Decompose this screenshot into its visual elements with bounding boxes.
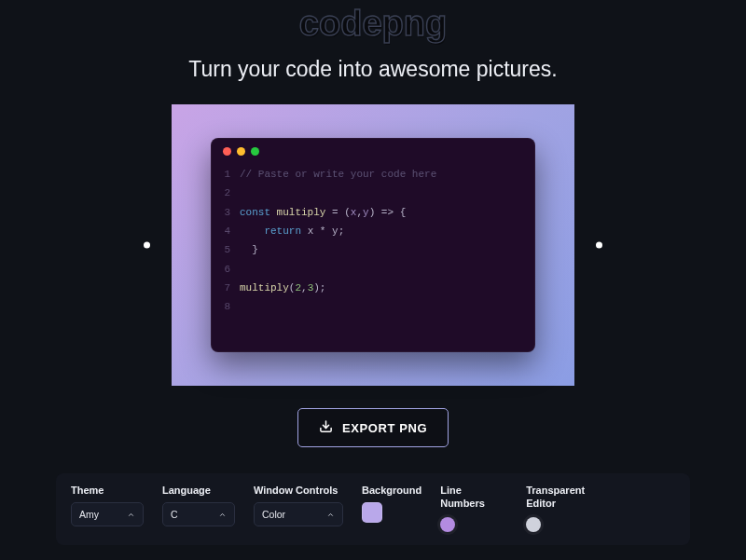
- window-controls-label: Window Controls: [254, 485, 343, 496]
- window-controls-value: Color: [262, 509, 285, 520]
- control-transparent-editor: Transparent Editor: [526, 485, 593, 532]
- control-line-numbers: Line Numbers: [440, 485, 507, 532]
- line-number: 5: [212, 240, 230, 259]
- line-number: 8: [212, 297, 230, 316]
- resize-handle-right[interactable]: [596, 242, 602, 249]
- line-number: 6: [212, 260, 230, 279]
- code-line[interactable]: multiply(2,3);: [240, 279, 525, 297]
- language-label: Language: [162, 485, 235, 496]
- language-value: C: [171, 509, 178, 520]
- tagline: Turn your code into awesome pictures.: [188, 57, 557, 82]
- transparent-editor-toggle[interactable]: [526, 517, 541, 532]
- theme-label: Theme: [71, 485, 144, 496]
- code-line[interactable]: [240, 184, 525, 202]
- control-background: Background: [362, 485, 421, 532]
- line-numbers-label: Line Numbers: [440, 485, 507, 511]
- code-line[interactable]: return x * y;: [240, 222, 525, 240]
- chevron-up-icon: [218, 511, 227, 519]
- control-window: Window Controls Color: [254, 485, 343, 532]
- export-label: EXPORT PNG: [342, 421, 427, 435]
- language-select[interactable]: C: [162, 502, 235, 526]
- code-body[interactable]: 12345678 // Paste or write your code her…: [212, 163, 534, 317]
- code-line[interactable]: [240, 297, 525, 316]
- line-number-gutter: 12345678: [212, 165, 240, 317]
- canvas-background[interactable]: 12345678 // Paste or write your code her…: [172, 104, 574, 386]
- controls-bar: Theme Amy Language C Window Controls Col…: [56, 473, 690, 545]
- background-swatch[interactable]: [362, 502, 382, 523]
- code-line[interactable]: [240, 260, 525, 279]
- canvas-area: 12345678 // Paste or write your code her…: [172, 104, 574, 386]
- app-logo: codepng: [299, 4, 447, 44]
- code-line[interactable]: // Paste or write your code here: [240, 165, 525, 184]
- theme-value: Amy: [79, 509, 99, 520]
- code-line[interactable]: const multiply = (x,y) => {: [240, 203, 525, 222]
- theme-select[interactable]: Amy: [71, 502, 144, 526]
- line-numbers-toggle[interactable]: [440, 517, 455, 532]
- chevron-up-icon: [127, 511, 135, 519]
- line-number: 4: [212, 222, 230, 240]
- download-icon: [319, 419, 333, 436]
- line-number: 7: [212, 279, 230, 297]
- line-number: 2: [212, 184, 230, 202]
- code-line[interactable]: }: [240, 240, 525, 259]
- chevron-up-icon: [326, 511, 335, 519]
- line-number: 3: [212, 203, 230, 222]
- code-editor[interactable]: 12345678 // Paste or write your code her…: [211, 138, 535, 352]
- control-language: Language C: [162, 485, 235, 532]
- line-number: 1: [212, 165, 230, 184]
- export-png-button[interactable]: EXPORT PNG: [297, 408, 449, 447]
- code-lines[interactable]: // Paste or write your code here const m…: [240, 165, 534, 317]
- zoom-dot-icon: [251, 147, 259, 156]
- background-label: Background: [362, 485, 421, 496]
- control-theme: Theme Amy: [71, 485, 144, 532]
- window-controls-select[interactable]: Color: [254, 502, 343, 526]
- window-controls: [212, 139, 534, 163]
- transparent-editor-label: Transparent Editor: [526, 485, 593, 511]
- resize-handle-left[interactable]: [144, 242, 150, 249]
- minimize-dot-icon: [237, 147, 245, 156]
- close-dot-icon: [223, 147, 231, 156]
